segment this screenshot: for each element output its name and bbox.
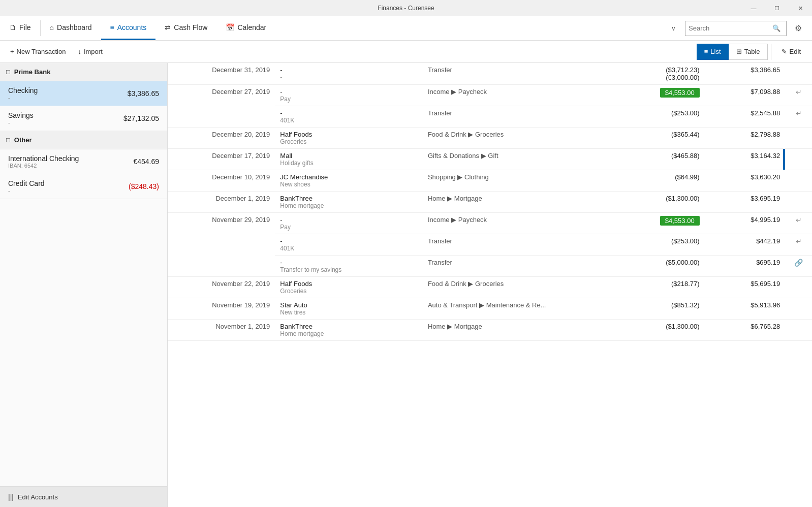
tx-action	[785, 170, 812, 192]
search-input[interactable]	[689, 24, 772, 32]
tx-balance: $3,630.20	[705, 170, 786, 192]
table-row[interactable]: December 17, 2019 Mall Holiday gifts Gif…	[168, 149, 812, 170]
tx-payee: - Pay	[275, 85, 423, 106]
account-item-intl-checking[interactable]: International Checking IBAN: 6542 €454.6…	[0, 149, 167, 174]
tx-amount: ($64.99)	[611, 170, 705, 192]
account-balance-credit-card: ($248.43)	[129, 182, 159, 191]
table-row[interactable]: November 22, 2019 Half Foods Groceries F…	[168, 277, 812, 298]
tx-balance: $7,098.88	[705, 85, 786, 106]
tx-action	[785, 63, 812, 85]
window-controls: — ☐ ✕	[742, 0, 812, 16]
sidebar: □ Prime Bank Checking - $3,386.65 Saving…	[0, 63, 168, 507]
table-row[interactable]: November 29, 2019 - Pay Income ▶ Paychec…	[168, 213, 812, 234]
tx-amount: $4,553.00	[611, 213, 705, 234]
tx-category: Food & Drink ▶ Groceries	[423, 277, 611, 298]
tx-balance: $6,765.28	[705, 320, 786, 341]
tx-category: Home ▶ Mortgage	[423, 192, 611, 213]
account-item-savings[interactable]: Savings - $27,132.05	[0, 106, 167, 131]
menu-file[interactable]: 🗋 File	[0, 16, 40, 40]
cashflow-label: Cash Flow	[174, 23, 207, 31]
edit-button[interactable]: ✎ Edit	[774, 44, 808, 60]
other-group-header: □ Other	[0, 131, 167, 149]
tx-amount: ($3,712.23) (€3,000.00)	[611, 63, 705, 85]
tx-amount: $4,553.00	[611, 85, 705, 106]
tx-category: Income ▶ Paycheck	[423, 213, 611, 234]
search-icon: 🔍	[772, 24, 780, 32]
tx-payee: - 401K	[275, 106, 423, 128]
account-sub-intl-checking: IBAN: 6542	[8, 163, 79, 169]
account-name-intl-checking: International Checking	[8, 154, 79, 163]
table-label: Table	[744, 48, 760, 55]
table-row[interactable]: December 1, 2019 BankThree Home mortgage…	[168, 192, 812, 213]
transaction-list: December 31, 2019 - - Transfer ($3,712.2…	[168, 63, 812, 507]
menu-calendar[interactable]: 📅 Calendar	[216, 16, 275, 40]
table-row[interactable]: November 1, 2019 BankThree Home mortgage…	[168, 320, 812, 341]
tx-category: Transfer	[423, 256, 611, 277]
list-view-button[interactable]: ≡ List	[697, 44, 729, 60]
account-balance-checking: $3,386.65	[128, 89, 159, 98]
tx-payee: BankThree Home mortgage	[275, 320, 423, 341]
tx-category: Transfer	[423, 63, 611, 85]
menu-accounts[interactable]: ≡ Accounts	[101, 16, 156, 40]
menu-dashboard[interactable]: ⌂ Dashboard	[41, 16, 101, 40]
tx-amount: ($1,300.00)	[611, 192, 705, 213]
close-button[interactable]: ✕	[789, 0, 812, 16]
new-transaction-button[interactable]: + New Transaction	[4, 45, 72, 58]
tx-payee: JC Merchandise New shoes	[275, 170, 423, 192]
maximize-button[interactable]: ☐	[765, 0, 789, 16]
new-transaction-label: New Transaction	[17, 48, 66, 55]
main-layout: □ Prime Bank Checking - $3,386.65 Saving…	[0, 63, 812, 507]
table-row[interactable]: December 20, 2019 Half Foods Groceries F…	[168, 128, 812, 149]
table-row[interactable]: December 10, 2019 JC Merchandise New sho…	[168, 170, 812, 192]
new-transaction-icon: +	[10, 48, 14, 55]
account-name-credit-card: Credit Card	[8, 179, 45, 187]
tx-balance: $5,695.19	[705, 277, 786, 298]
tx-category: Home ▶ Mortgage	[423, 320, 611, 341]
edit-accounts-button[interactable]: ||| Edit Accounts	[0, 486, 167, 507]
tx-category: Food & Drink ▶ Groceries	[423, 128, 611, 149]
menu-bar: 🗋 File ⌂ Dashboard ≡ Accounts ⇄ Cash Flo…	[0, 16, 812, 41]
list-label: List	[710, 48, 721, 55]
account-item-checking[interactable]: Checking - $3,386.65	[0, 81, 167, 106]
tx-action	[785, 298, 812, 320]
other-icon: □	[6, 136, 10, 144]
edit-accounts-label: Edit Accounts	[18, 493, 58, 501]
calendar-icon: 📅	[226, 23, 234, 31]
account-balance-intl-checking: €454.69	[133, 157, 159, 166]
income-badge: $4,553.00	[660, 216, 700, 226]
tx-payee: - -	[275, 63, 423, 85]
linked-icon: 🔗	[794, 259, 803, 267]
other-label: Other	[14, 136, 32, 144]
tx-payee: - Pay	[275, 213, 423, 234]
tx-category: Transfer	[423, 106, 611, 128]
account-name-checking: Checking	[8, 86, 38, 94]
tx-date: December 17, 2019	[168, 149, 275, 170]
account-item-credit-card[interactable]: Credit Card - ($248.43)	[0, 174, 167, 199]
tx-amount: ($253.00)	[611, 106, 705, 128]
tx-amount: ($851.32)	[611, 298, 705, 320]
tx-date: December 1, 2019	[168, 192, 275, 213]
accounts-icon: ≡	[110, 23, 114, 31]
tx-action: ↵	[785, 106, 812, 128]
tx-amount: ($218.77)	[611, 277, 705, 298]
settings-button[interactable]: ⚙	[790, 20, 807, 37]
table-row[interactable]: December 27, 2019 - Pay Income ▶ Paychec…	[168, 85, 812, 106]
chevron-down-button[interactable]: ∨	[665, 20, 682, 37]
table-row[interactable]: November 19, 2019 Star Auto New tires Au…	[168, 298, 812, 320]
toolbar: + New Transaction ↓ Import ≡ List ⊞ Tabl…	[0, 41, 812, 63]
tx-date: November 19, 2019	[168, 298, 275, 320]
menu-right: ∨ 🔍 ⚙	[665, 16, 812, 40]
table-view-button[interactable]: ⊞ Table	[729, 44, 768, 60]
minimize-button[interactable]: —	[742, 0, 765, 16]
tx-balance: $5,913.96	[705, 298, 786, 320]
tx-action: ↵	[785, 234, 812, 256]
tx-balance: $695.19	[705, 256, 786, 277]
tx-payee: Half Foods Groceries	[275, 128, 423, 149]
search-box[interactable]: 🔍	[685, 21, 787, 36]
edit-icon: ✎	[782, 48, 787, 55]
list-icon: ≡	[704, 48, 708, 55]
menu-cashflow[interactable]: ⇄ Cash Flow	[155, 16, 216, 40]
import-button[interactable]: ↓ Import	[72, 45, 108, 58]
table-row[interactable]: December 31, 2019 - - Transfer ($3,712.2…	[168, 63, 812, 85]
income-badge: $4,553.00	[660, 88, 700, 98]
